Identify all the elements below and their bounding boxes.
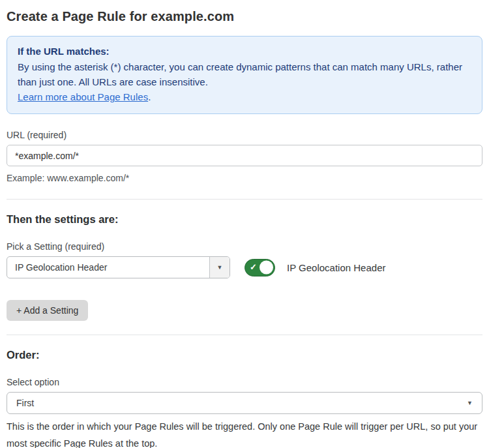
info-link-suffix: .: [148, 91, 151, 102]
info-link-line: Learn more about Page Rules.: [18, 89, 471, 104]
toggle-label: IP Geolocation Header: [287, 262, 386, 273]
divider: [7, 335, 482, 335]
pick-setting-dropdown-button[interactable]: ▼: [209, 257, 230, 278]
ip-geolocation-toggle[interactable]: ✓: [244, 259, 275, 276]
order-select-label: Select option: [7, 377, 482, 387]
url-matches-info-box: If the URL matches: By using the asteris…: [7, 36, 482, 114]
settings-section-heading: Then the settings are:: [7, 213, 482, 226]
order-select[interactable]: First ▼: [7, 392, 482, 414]
order-selected-value: First: [16, 398, 34, 408]
divider: [7, 199, 482, 200]
info-box-body: By using the asterisk (*) character, you…: [18, 59, 471, 89]
pick-setting-select[interactable]: IP Geolocation Header ▼: [7, 256, 230, 278]
page-title: Create a Page Rule for example.com: [7, 9, 482, 24]
url-input[interactable]: [7, 145, 482, 166]
info-box-heading: If the URL matches:: [18, 44, 471, 59]
url-field-helper: Example: www.example.com/*: [7, 171, 482, 185]
pick-setting-label: Pick a Setting (required): [7, 241, 482, 252]
check-icon: ✓: [250, 262, 257, 272]
add-setting-button[interactable]: + Add a Setting: [7, 300, 88, 321]
chevron-down-icon: ▼: [217, 265, 223, 271]
create-page-rule-form: Create a Page Rule for example.com If th…: [0, 0, 489, 448]
learn-more-link[interactable]: Learn more about Page Rules: [18, 91, 148, 102]
order-section-heading: Order:: [7, 349, 482, 361]
pick-setting-selected-value: IP Geolocation Header: [7, 257, 209, 278]
order-helper-text: This is the order in which your Page Rul…: [7, 418, 482, 448]
url-field-label: URL (required): [7, 130, 482, 140]
toggle-knob: [259, 261, 273, 275]
setting-row: IP Geolocation Header ▼ ✓ IP Geolocation…: [7, 256, 482, 278]
chevron-down-icon: ▼: [467, 400, 473, 406]
